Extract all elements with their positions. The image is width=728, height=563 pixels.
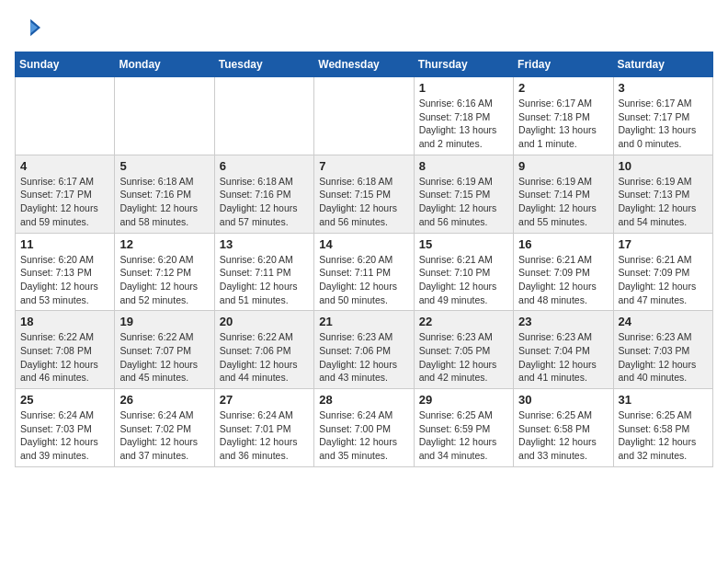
calendar-day: 17Sunrise: 6:21 AMSunset: 7:09 PMDayligh… <box>613 233 712 311</box>
calendar-day: 26Sunrise: 6:24 AMSunset: 7:02 PMDayligh… <box>115 389 214 467</box>
calendar-day: 21Sunrise: 6:23 AMSunset: 7:06 PMDayligh… <box>314 311 414 389</box>
day-number: 28 <box>319 393 408 407</box>
day-info: Sunrise: 6:23 AMSunset: 7:03 PMDaylight:… <box>619 330 708 385</box>
calendar-header-row: Sunday Monday Tuesday Wednesday Thursday… <box>16 52 713 77</box>
day-number: 6 <box>220 159 309 173</box>
calendar-day: 25Sunrise: 6:24 AMSunset: 7:03 PMDayligh… <box>16 389 115 467</box>
day-number: 1 <box>419 81 508 95</box>
day-number: 3 <box>619 81 708 95</box>
col-thursday: Thursday <box>414 52 513 77</box>
day-number: 30 <box>518 393 608 407</box>
day-number: 27 <box>220 393 309 407</box>
day-info: Sunrise: 6:23 AMSunset: 7:04 PMDaylight:… <box>518 330 608 385</box>
day-info: Sunrise: 6:25 AMSunset: 6:58 PMDaylight:… <box>619 408 708 463</box>
calendar-day: 28Sunrise: 6:24 AMSunset: 7:00 PMDayligh… <box>314 389 414 467</box>
day-info: Sunrise: 6:21 AMSunset: 7:09 PMDaylight:… <box>518 253 608 307</box>
day-info: Sunrise: 6:17 AMSunset: 7:17 PMDaylight:… <box>20 175 109 229</box>
logo-icon <box>15 15 40 40</box>
day-number: 5 <box>119 159 209 173</box>
day-number: 15 <box>419 237 508 251</box>
calendar-day: 13Sunrise: 6:20 AMSunset: 7:11 PMDayligh… <box>214 233 313 311</box>
day-number: 4 <box>20 159 109 173</box>
calendar-day: 29Sunrise: 6:25 AMSunset: 6:59 PMDayligh… <box>414 389 513 467</box>
day-number: 25 <box>20 393 109 407</box>
calendar-day: 19Sunrise: 6:22 AMSunset: 7:07 PMDayligh… <box>115 311 214 389</box>
day-number: 12 <box>119 237 209 251</box>
logo <box>15 15 44 40</box>
calendar-day: 2Sunrise: 6:17 AMSunset: 7:18 PMDaylight… <box>514 77 613 155</box>
day-number: 9 <box>518 159 608 173</box>
calendar-day <box>16 77 115 155</box>
day-info: Sunrise: 6:17 AMSunset: 7:17 PMDaylight:… <box>619 97 708 151</box>
day-number: 31 <box>619 393 708 407</box>
calendar-day: 14Sunrise: 6:20 AMSunset: 7:11 PMDayligh… <box>314 233 414 311</box>
calendar-day: 23Sunrise: 6:23 AMSunset: 7:04 PMDayligh… <box>514 311 613 389</box>
day-number: 26 <box>119 393 209 407</box>
calendar-day: 30Sunrise: 6:25 AMSunset: 6:58 PMDayligh… <box>514 389 613 467</box>
day-info: Sunrise: 6:22 AMSunset: 7:07 PMDaylight:… <box>119 330 209 385</box>
calendar-week-5: 25Sunrise: 6:24 AMSunset: 7:03 PMDayligh… <box>16 389 713 467</box>
calendar-day: 3Sunrise: 6:17 AMSunset: 7:17 PMDaylight… <box>613 77 712 155</box>
day-info: Sunrise: 6:18 AMSunset: 7:15 PMDaylight:… <box>319 175 408 229</box>
calendar-day: 1Sunrise: 6:16 AMSunset: 7:18 PMDaylight… <box>414 77 513 155</box>
day-number: 16 <box>518 237 608 251</box>
day-number: 18 <box>20 315 109 328</box>
day-info: Sunrise: 6:24 AMSunset: 7:01 PMDaylight:… <box>220 408 309 463</box>
calendar-week-4: 18Sunrise: 6:22 AMSunset: 7:08 PMDayligh… <box>16 311 713 389</box>
day-info: Sunrise: 6:23 AMSunset: 7:05 PMDaylight:… <box>419 330 508 385</box>
day-info: Sunrise: 6:24 AMSunset: 7:00 PMDaylight:… <box>319 408 408 463</box>
calendar-day: 24Sunrise: 6:23 AMSunset: 7:03 PMDayligh… <box>613 311 712 389</box>
calendar-day: 22Sunrise: 6:23 AMSunset: 7:05 PMDayligh… <box>414 311 513 389</box>
day-number: 23 <box>518 315 608 328</box>
day-info: Sunrise: 6:17 AMSunset: 7:18 PMDaylight:… <box>518 97 608 151</box>
day-info: Sunrise: 6:19 AMSunset: 7:15 PMDaylight:… <box>419 175 508 229</box>
calendar-day: 31Sunrise: 6:25 AMSunset: 6:58 PMDayligh… <box>613 389 712 467</box>
day-info: Sunrise: 6:22 AMSunset: 7:08 PMDaylight:… <box>20 330 109 385</box>
calendar-day: 18Sunrise: 6:22 AMSunset: 7:08 PMDayligh… <box>16 311 115 389</box>
day-number: 19 <box>119 315 209 328</box>
col-monday: Monday <box>115 52 214 77</box>
day-number: 21 <box>319 315 408 328</box>
page-header <box>15 15 713 40</box>
col-sunday: Sunday <box>16 52 115 77</box>
day-info: Sunrise: 6:16 AMSunset: 7:18 PMDaylight:… <box>419 97 508 151</box>
col-tuesday: Tuesday <box>214 52 313 77</box>
day-number: 17 <box>619 237 708 251</box>
calendar-day: 4Sunrise: 6:17 AMSunset: 7:17 PMDaylight… <box>16 155 115 233</box>
calendar-table: Sunday Monday Tuesday Wednesday Thursday… <box>15 52 713 467</box>
calendar-day: 6Sunrise: 6:18 AMSunset: 7:16 PMDaylight… <box>214 155 313 233</box>
calendar-day: 20Sunrise: 6:22 AMSunset: 7:06 PMDayligh… <box>214 311 313 389</box>
calendar-day: 8Sunrise: 6:19 AMSunset: 7:15 PMDaylight… <box>414 155 513 233</box>
day-info: Sunrise: 6:20 AMSunset: 7:12 PMDaylight:… <box>119 253 209 307</box>
day-number: 14 <box>319 237 408 251</box>
day-number: 24 <box>619 315 708 328</box>
col-friday: Friday <box>514 52 613 77</box>
calendar-day: 9Sunrise: 6:19 AMSunset: 7:14 PMDaylight… <box>514 155 613 233</box>
day-info: Sunrise: 6:18 AMSunset: 7:16 PMDaylight:… <box>119 175 209 229</box>
day-info: Sunrise: 6:19 AMSunset: 7:14 PMDaylight:… <box>518 175 608 229</box>
day-info: Sunrise: 6:21 AMSunset: 7:10 PMDaylight:… <box>419 253 508 307</box>
calendar-day <box>314 77 414 155</box>
day-info: Sunrise: 6:18 AMSunset: 7:16 PMDaylight:… <box>220 175 309 229</box>
calendar-week-3: 11Sunrise: 6:20 AMSunset: 7:13 PMDayligh… <box>16 233 713 311</box>
day-number: 29 <box>419 393 508 407</box>
col-saturday: Saturday <box>613 52 712 77</box>
calendar-day: 12Sunrise: 6:20 AMSunset: 7:12 PMDayligh… <box>115 233 214 311</box>
calendar-day <box>115 77 214 155</box>
calendar-week-2: 4Sunrise: 6:17 AMSunset: 7:17 PMDaylight… <box>16 155 713 233</box>
day-info: Sunrise: 6:23 AMSunset: 7:06 PMDaylight:… <box>319 330 408 385</box>
calendar-day: 11Sunrise: 6:20 AMSunset: 7:13 PMDayligh… <box>16 233 115 311</box>
day-info: Sunrise: 6:25 AMSunset: 6:58 PMDaylight:… <box>518 408 608 463</box>
day-number: 13 <box>220 237 309 251</box>
day-info: Sunrise: 6:22 AMSunset: 7:06 PMDaylight:… <box>220 330 309 385</box>
calendar-day: 5Sunrise: 6:18 AMSunset: 7:16 PMDaylight… <box>115 155 214 233</box>
day-info: Sunrise: 6:25 AMSunset: 6:59 PMDaylight:… <box>419 408 508 463</box>
calendar-day <box>214 77 313 155</box>
day-number: 10 <box>619 159 708 173</box>
calendar-day: 15Sunrise: 6:21 AMSunset: 7:10 PMDayligh… <box>414 233 513 311</box>
day-info: Sunrise: 6:20 AMSunset: 7:11 PMDaylight:… <box>220 253 309 307</box>
day-number: 2 <box>518 81 608 95</box>
calendar-day: 16Sunrise: 6:21 AMSunset: 7:09 PMDayligh… <box>514 233 613 311</box>
day-number: 20 <box>220 315 309 328</box>
day-info: Sunrise: 6:19 AMSunset: 7:13 PMDaylight:… <box>619 175 708 229</box>
